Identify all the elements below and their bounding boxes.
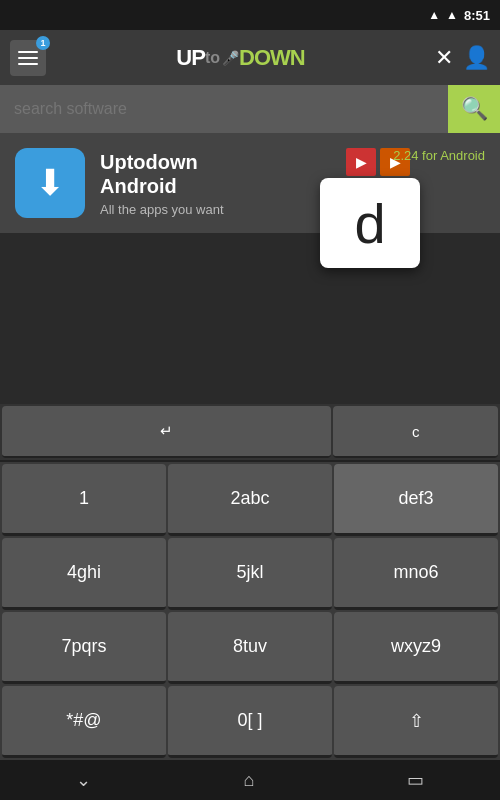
key-8tuv[interactable]: 8tuv (168, 612, 332, 684)
home-button[interactable]: ⌂ (244, 770, 255, 791)
logo-to: to (205, 49, 220, 67)
key-popup-letter: d (354, 191, 385, 256)
back-button[interactable]: ⌄ (76, 769, 91, 791)
app-logo: UP to 🎤 DOWN (176, 45, 304, 71)
app-icon: ⬇ (15, 148, 85, 218)
keyboard-top-row: ↵ c (0, 404, 500, 460)
key-popup: d (320, 178, 420, 268)
keyboard: ↵ c 1 2abc def3 4ghi 5jkl mno6 7pqrs 8tu… (0, 404, 500, 760)
user-icon[interactable]: 👤 (463, 45, 490, 71)
recent-button[interactable]: ▭ (407, 769, 424, 791)
key-1[interactable]: 1 (2, 464, 166, 536)
key-row-1: 1 2abc def3 (2, 464, 498, 536)
bottom-nav: ⌄ ⌂ ▭ (0, 760, 500, 800)
wifi-icon: ▲ (428, 8, 440, 22)
key-wxyz9[interactable]: wxyz9 (334, 612, 498, 684)
close-icon[interactable]: ✕ (435, 45, 453, 71)
key-mno6[interactable]: mno6 (334, 538, 498, 610)
app-subtitle: All the apps you want (100, 202, 485, 217)
version-badge: 2.24 for Android (393, 148, 485, 163)
key-0[interactable]: 0[ ] (168, 686, 332, 758)
notification-badge: 1 (36, 36, 50, 50)
top-bar: 1 UP to 🎤 DOWN ✕ 👤 (0, 30, 500, 85)
key-7pqrs[interactable]: 7pqrs (2, 612, 166, 684)
key-def3[interactable]: def3 (334, 464, 498, 536)
key-5jkl[interactable]: 5jkl (168, 538, 332, 610)
key-row-2: 4ghi 5jkl mno6 (2, 538, 498, 610)
download-arrow-icon: ⬇ (35, 162, 65, 204)
keyboard-rows: 1 2abc def3 4ghi 5jkl mno6 7pqrs 8tuv wx… (0, 462, 500, 760)
search-button[interactable]: 🔍 (448, 85, 500, 133)
search-bar: 🔍 (0, 85, 500, 133)
logo-up: UP (176, 45, 205, 71)
enter-key[interactable]: ↵ (2, 406, 331, 458)
menu-button[interactable]: 1 (10, 40, 46, 76)
signal-icon: ▲ (446, 8, 458, 22)
menu-line (18, 57, 38, 59)
app-info-section: ⬇ UptodownAndroid All the apps you want … (0, 133, 500, 233)
key-row-4: *#@ 0[ ] ⇧ (2, 686, 498, 758)
menu-line (18, 51, 38, 53)
menu-line (18, 63, 38, 65)
action-icon-red[interactable]: ▶ (346, 148, 376, 176)
key-symbols[interactable]: *#@ (2, 686, 166, 758)
key-shift[interactable]: ⇧ (334, 686, 498, 758)
logo-down: DOWN (239, 45, 305, 71)
top-right-icons: ✕ 👤 (435, 45, 490, 71)
status-bar: ▲ ▲ 8:51 (0, 0, 500, 30)
status-time: 8:51 (464, 8, 490, 23)
c-key[interactable]: c (333, 406, 498, 458)
search-input[interactable] (14, 100, 448, 118)
key-row-3: 7pqrs 8tuv wxyz9 (2, 612, 498, 684)
key-2abc[interactable]: 2abc (168, 464, 332, 536)
search-icon: 🔍 (461, 96, 488, 122)
key-4ghi[interactable]: 4ghi (2, 538, 166, 610)
logo-mic-icon: 🎤 (222, 50, 239, 66)
